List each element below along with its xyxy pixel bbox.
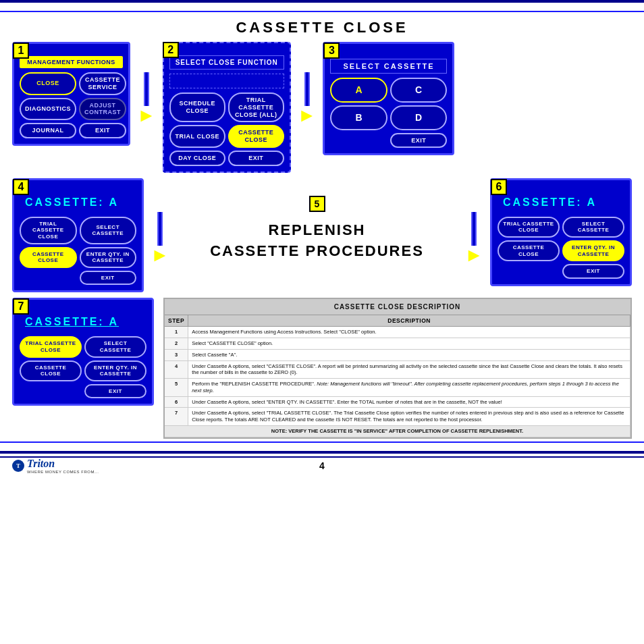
btn-adjust-contrast[interactable]: ADJUST CONTRAST xyxy=(79,98,126,121)
table-row: 4 Under Cassette A options, select "CASS… xyxy=(165,360,630,379)
btn-exit-4[interactable]: EXIT xyxy=(80,271,137,286)
screen7-grid: TRIAL CASSETTE CLOSE SELECT CASSETTE CAS… xyxy=(20,336,146,398)
table-row: 1 Access Management Functions using Acce… xyxy=(165,327,630,338)
step-num-7: 7 xyxy=(165,408,188,426)
btn-exit-1[interactable]: EXIT xyxy=(79,123,126,138)
step-badge-5: 5 xyxy=(309,196,325,212)
vert-line-3 xyxy=(157,212,163,246)
btn-cassette-close-6[interactable]: CASSETTE CLOSE xyxy=(498,240,560,261)
step-badge-1: 1 xyxy=(13,43,29,59)
btn-select-cassette-7[interactable]: SELECT CASSETTE xyxy=(84,336,146,357)
btn-cassette-close-4[interactable]: CASSETTE CLOSE xyxy=(20,247,77,268)
step-desc-note: NOTE: VERIFY THE CASSETTE IS "IN SERVICE… xyxy=(165,425,630,437)
step-desc-3: Select Cassette "A". xyxy=(188,349,630,360)
vert-line-2 xyxy=(304,72,310,106)
step-num-2: 2 xyxy=(165,338,188,350)
screen1-grid: CLOSE CASSETTE SERVICE DIAGNOSTICS ADJUS… xyxy=(20,72,123,138)
btn-exit-3[interactable]: EXIT xyxy=(390,133,448,149)
spacer-4 xyxy=(20,271,77,286)
screen3-title: SELECT CASSETTE xyxy=(330,59,447,74)
triton-tagline: WHERE MONEY COMES FROM... xyxy=(27,470,99,474)
step-desc-1: Access Management Functions using Access… xyxy=(188,327,630,338)
btn-enter-qty-6[interactable]: ENTER QTY. IN CASSETTE xyxy=(562,240,624,261)
btn-cassette-a[interactable]: A xyxy=(330,78,387,103)
btn-enter-qty-4[interactable]: ENTER QTY. IN CASSETTE xyxy=(80,247,137,268)
description-table: CASSETTE CLOSE DESCRIPTION STEP DESCRIPT… xyxy=(165,299,630,437)
arrow-icon-3: ► xyxy=(151,246,169,265)
step-desc-6: Under Cassette A options, select "ENTER … xyxy=(188,396,630,408)
step-badge-2: 2 xyxy=(163,42,179,58)
btn-trial-cassette-close-all[interactable]: TRIAL CASSETTE CLOSE (ALL) xyxy=(228,92,284,122)
btn-trial-close[interactable]: TRIAL CLOSE xyxy=(169,125,225,148)
table-row: 7 Under Cassette A options, select "TRIA… xyxy=(165,408,630,426)
btn-cassette-service[interactable]: CASSETTE SERVICE xyxy=(79,72,126,95)
description-table-wrapper: CASSETTE CLOSE DESCRIPTION STEP DESCRIPT… xyxy=(163,298,632,438)
step-badge-3: 3 xyxy=(323,43,340,59)
screen4-grid: TRIAL CASSETTE CLOSE SELECT CASSETTE CAS… xyxy=(20,217,136,286)
triton-icon: T xyxy=(12,460,24,472)
screen-1: 1 MANAGEMENT FUNCTIONS CLOSE CASSETTE SE… xyxy=(12,42,130,146)
replenish-title: REPLENISH CASSETTE PROCEDURES xyxy=(210,220,424,262)
step-desc-2: Select "CASSETTE CLOSE" option. xyxy=(188,338,630,350)
btn-select-cassette-6[interactable]: SELECT CASSETTE xyxy=(562,217,624,238)
btn-journal[interactable]: JOURNAL xyxy=(20,123,76,138)
bottom-border xyxy=(0,441,644,454)
row-3: 7 CASSETTE: A TRIAL CASSETTE CLOSE SELEC… xyxy=(12,298,632,438)
screen-3: 3 SELECT CASSETTE A C B D EXIT xyxy=(323,42,454,155)
triton-icon-letter: T xyxy=(16,462,20,469)
screen-2: 2 SELECT CLOSE FUNCTION SCHEDULE CLOSE T… xyxy=(163,42,291,173)
row-2: 4 CASSETTE: A TRIAL CASSETTE CLOSE SELEC… xyxy=(12,178,632,293)
step-badge-7: 7 xyxy=(13,298,29,315)
row-1: 1 MANAGEMENT FUNCTIONS CLOSE CASSETTE SE… xyxy=(12,42,632,173)
step-num-4: 4 xyxy=(165,360,188,379)
btn-enter-qty-7[interactable]: ENTER QTY. IN CASSETTE xyxy=(84,360,146,381)
btn-cassette-b[interactable]: B xyxy=(330,105,387,130)
col-header-step: STEP xyxy=(165,315,188,327)
section-5: 5 REPLENISH CASSETTE PROCEDURES xyxy=(176,178,458,279)
step-num-1: 1 xyxy=(165,327,188,338)
arrow-icon-1: ► xyxy=(137,106,156,125)
screen2-blank-bar xyxy=(169,74,284,88)
screen2-title: SELECT CLOSE FUNCTION xyxy=(169,55,284,70)
btn-cassette-close-7[interactable]: CASSETTE CLOSE xyxy=(20,360,82,381)
btn-schedule-close[interactable]: SCHEDULE CLOSE xyxy=(169,92,225,122)
screen-3-wrapper: 3 SELECT CASSETTE A C B D EXIT xyxy=(323,42,454,155)
btn-diagnostics[interactable]: DIAGNOSTICS xyxy=(20,98,76,121)
step-num-3: 3 xyxy=(165,349,188,360)
triton-logo-icon: T Triton WHERE MONEY COMES FROM... xyxy=(12,458,99,474)
desc-table-header: CASSETTE CLOSE DESCRIPTION xyxy=(165,299,630,315)
step-num-6: 6 xyxy=(165,396,188,408)
step-desc-4: Under Cassette A options, select "CASSET… xyxy=(188,360,630,379)
btn-exit-2[interactable]: EXIT xyxy=(228,151,284,166)
screen4-title: CASSETTE: A xyxy=(20,194,136,211)
screen1-title: MANAGEMENT FUNCTIONS xyxy=(20,56,123,68)
triton-text-group: Triton WHERE MONEY COMES FROM... xyxy=(27,458,99,474)
table-row: 6 Under Cassette A options, select "ENTE… xyxy=(165,396,630,408)
footer-logo-wrapper: T Triton WHERE MONEY COMES FROM... xyxy=(12,458,99,474)
btn-day-close[interactable]: DAY CLOSE xyxy=(169,151,225,166)
btn-trial-cassette-close-4[interactable]: TRIAL CASSETTE CLOSE xyxy=(20,217,77,244)
footer-page-number: 4 xyxy=(319,460,325,471)
screen-4: 4 CASSETTE: A TRIAL CASSETTE CLOSE SELEC… xyxy=(12,178,144,293)
btn-exit-6[interactable]: EXIT xyxy=(562,264,624,279)
btn-cassette-d[interactable]: D xyxy=(390,105,448,130)
step-desc-7: Under Cassette A options, select "TRIAL … xyxy=(188,408,630,426)
btn-select-cassette-4[interactable]: SELECT CASSETTE xyxy=(80,217,137,244)
btn-trial-cassette-close-6[interactable]: TRIAL CASSETTE CLOSE xyxy=(498,217,560,238)
btn-exit-7[interactable]: EXIT xyxy=(84,384,146,399)
spacer-7 xyxy=(20,384,82,399)
table-row: 5 Perform the "REPLENISH CASSETTE PROCED… xyxy=(165,379,630,397)
screen-7: 7 CASSETTE: A TRIAL CASSETTE CLOSE SELEC… xyxy=(12,298,154,406)
step-badge-4: 4 xyxy=(13,179,29,195)
arrow-5-6: ► xyxy=(464,212,483,265)
btn-cassette-close-2[interactable]: CASSETTE CLOSE xyxy=(228,125,284,148)
arrow-icon-4: ► xyxy=(464,246,483,265)
btn-trial-cassette-close-7[interactable]: TRIAL CASSETTE CLOSE xyxy=(20,336,82,357)
vert-line-4 xyxy=(471,212,477,246)
arrow-2-3: ► xyxy=(298,72,317,125)
btn-close[interactable]: CLOSE xyxy=(20,72,76,95)
screen7-title: CASSETTE: A xyxy=(20,313,146,331)
arrow-4-5: ► xyxy=(151,212,169,265)
btn-cassette-c[interactable]: C xyxy=(390,78,448,103)
screen6-title: CASSETTE: A xyxy=(498,194,624,211)
